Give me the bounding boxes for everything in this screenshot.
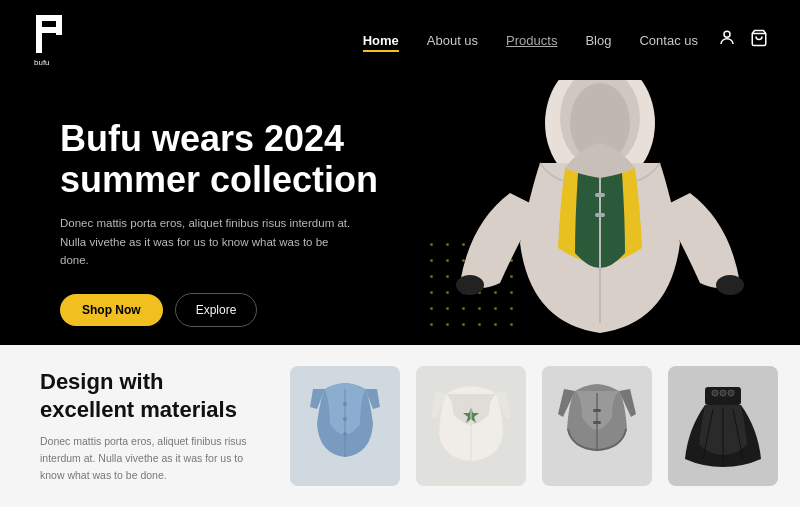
- bottom-text: Design with excellent materials Donec ma…: [40, 368, 260, 483]
- explore-button[interactable]: Explore: [175, 293, 258, 327]
- svg-point-17: [343, 417, 347, 421]
- logo[interactable]: bufu: [32, 13, 72, 68]
- nav-item-blog[interactable]: Blog: [585, 33, 611, 48]
- svg-point-5: [724, 31, 730, 37]
- logo-icon: bufu: [32, 13, 72, 68]
- user-icon-button[interactable]: [718, 29, 736, 52]
- denim-vest-icon: [305, 379, 385, 474]
- nav-item-about[interactable]: About us: [427, 33, 478, 48]
- product-card-1[interactable]: [290, 366, 400, 486]
- bottom-title: Design with excellent materials: [40, 368, 260, 423]
- svg-rect-23: [593, 421, 601, 424]
- shop-now-button[interactable]: Shop Now: [60, 294, 163, 326]
- svg-rect-3: [36, 27, 62, 33]
- product-card-3[interactable]: [542, 366, 652, 486]
- svg-point-25: [712, 390, 718, 396]
- nav-item-contact[interactable]: Contac us: [639, 33, 698, 48]
- hero-image-area: [420, 73, 740, 346]
- nav-icons: [718, 29, 768, 52]
- nav-item-home[interactable]: Home: [363, 33, 399, 48]
- svg-point-18: [343, 432, 347, 436]
- svg-point-10: [456, 275, 484, 295]
- svg-point-11: [716, 275, 744, 295]
- grey-crop-jacket-icon: [557, 379, 637, 474]
- nav: Home About us Products Blog Contac us: [363, 33, 698, 48]
- bottom-description: Donec mattis porta eros, aliquet finibus…: [40, 433, 260, 483]
- product-card-4[interactable]: [668, 366, 778, 486]
- svg-point-27: [728, 390, 734, 396]
- svg-rect-13: [595, 193, 605, 197]
- svg-rect-22: [593, 409, 601, 412]
- product-images: [290, 366, 778, 486]
- black-skirt-icon: [683, 379, 763, 474]
- bottom-section: Design with excellent materials Donec ma…: [0, 345, 800, 507]
- hero-title: Bufu wears 2024 summer collection: [60, 118, 420, 201]
- cart-icon-button[interactable]: [750, 29, 768, 52]
- svg-text:bufu: bufu: [34, 58, 50, 67]
- svg-rect-14: [595, 213, 605, 217]
- hero-description: Donec mattis porta eros, aliquet finibus…: [60, 214, 360, 269]
- header: bufu Home About us Products Blog Contac …: [0, 0, 800, 80]
- nav-item-products[interactable]: Products: [506, 33, 557, 48]
- svg-point-26: [720, 390, 726, 396]
- hero-buttons: Shop Now Explore: [60, 293, 420, 327]
- product-card-2[interactable]: [416, 366, 526, 486]
- hero-content: Bufu wears 2024 summer collection Donec …: [60, 98, 420, 328]
- svg-point-16: [343, 402, 347, 406]
- white-jacket-icon: [431, 379, 511, 474]
- hero-jacket-image: [450, 63, 750, 346]
